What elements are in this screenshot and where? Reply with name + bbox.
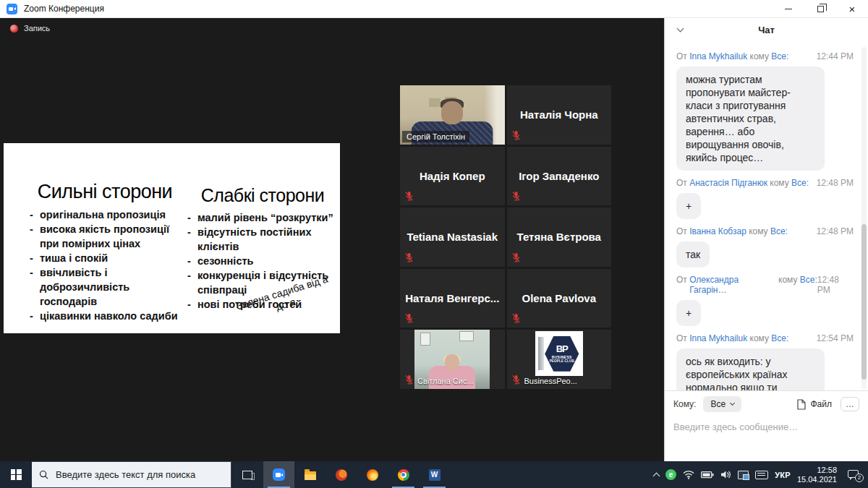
task-view-button[interactable]	[231, 461, 263, 488]
participant-logo: BP BUSINESS PEOPLE CLUB	[535, 331, 583, 376]
windows-taskbar: W e УКР 12:58 15.04.2021 2	[0, 461, 868, 488]
display-tray-icon[interactable]	[738, 471, 749, 479]
participant-tile[interactable]: Olena Pavlova	[507, 269, 612, 328]
recipient-dropdown[interactable]: Все	[703, 396, 741, 412]
search-icon	[39, 470, 48, 479]
taskbar-app-chrome[interactable]	[388, 461, 419, 488]
windows-logo-icon	[11, 469, 22, 480]
time: 12:58	[797, 466, 837, 475]
list-item: -тиша і спокій	[28, 251, 182, 265]
participant-tile[interactable]: Наталя Венгерс...	[400, 269, 505, 328]
chat-header: Чат	[665, 18, 868, 41]
zoom-icon	[273, 468, 285, 481]
participant-tile[interactable]: Тетяна Вєтрова	[507, 207, 612, 267]
sender-name[interactable]: Inna Mykhailuk	[689, 51, 747, 61]
message-time: 12:44 PM	[817, 51, 858, 61]
muted-mic-icon	[511, 374, 521, 385]
task-view-icon	[242, 471, 252, 479]
taskbar-app-firefox[interactable]	[357, 461, 388, 488]
chat-message: От Inna Mykhailuk кому Все: 12:44 PM мож…	[676, 51, 858, 171]
recording-label: Запись	[24, 24, 50, 33]
chat-message: От Inna Mykhailuk кому Все: 12:54 PM ось…	[676, 333, 858, 390]
taskbar-app-word[interactable]: W	[419, 461, 450, 488]
participant-tile-svitlana[interactable]: Світлана Сис...	[400, 330, 505, 389]
message-bubble: +	[676, 193, 701, 219]
message-time: 12:48 PM	[817, 226, 858, 236]
slide-strengths-title: Сильні сторони	[28, 181, 182, 203]
file-explorer-icon	[305, 471, 316, 480]
muted-mic-icon	[404, 252, 414, 263]
more-options-button[interactable]: …	[841, 397, 859, 411]
slide-weaknesses-title: Слабкі сторони	[186, 185, 339, 206]
chat-scrollbar-thumb[interactable]	[861, 224, 867, 380]
ccleaner-icon	[336, 469, 347, 481]
word-icon: W	[429, 469, 441, 481]
record-icon	[10, 25, 18, 33]
minimize-icon	[785, 9, 792, 9]
battery-icon[interactable]	[701, 471, 714, 479]
muted-mic-icon	[404, 191, 414, 202]
sender-name[interactable]: Олександра Гагарін…	[689, 275, 776, 295]
zoom-app-icon	[7, 4, 17, 14]
minimize-button[interactable]	[773, 0, 804, 17]
chat-message: От Анастасія Підганюк кому Все: 12:48 PM…	[676, 178, 858, 219]
slide-strengths-column: Сильні сторони -оригінальна пропозиція -…	[28, 181, 182, 323]
business-people-club-logo: BP BUSINESS PEOPLE CLUB	[545, 335, 579, 372]
notification-badge: 2	[855, 474, 864, 482]
sender-name[interactable]: Inna Mykhailuk	[689, 333, 747, 343]
list-item: -висока якість пропозиції при помірних ц…	[28, 222, 182, 251]
participant-name: Ігор Западенко	[507, 147, 612, 206]
to-label: Кому:	[673, 399, 696, 409]
message-time: 12:48 PM	[817, 178, 858, 188]
tray-chevron-up-icon[interactable]	[653, 472, 660, 479]
message-bubble: так	[676, 241, 710, 267]
muted-mic-icon	[404, 313, 414, 324]
screen: Zoom Конференция × Запись Сильні сторони…	[0, 0, 868, 488]
file-button[interactable]: Файл	[796, 399, 832, 410]
list-item: -цікавинки навколо садиби	[28, 309, 182, 323]
list-item: -сезонність	[186, 254, 339, 268]
participant-name: Надія Копер	[400, 147, 505, 206]
taskbar-app-ccleaner[interactable]	[326, 461, 357, 488]
action-center-button[interactable]: 2	[848, 469, 862, 481]
sender-name[interactable]: Іванна Кобзар	[689, 226, 746, 236]
participant-tile[interactable]: Tetiana Nastasiak	[400, 207, 505, 267]
antivirus-tray-icon[interactable]: e	[665, 469, 676, 480]
wifi-icon[interactable]	[683, 470, 694, 479]
participant-name: Olena Pavlova	[507, 269, 612, 328]
chat-message: От Олександра Гагарін… кому Все: 12:48 P…	[676, 275, 858, 326]
participant-name: Сергій Толстіхін	[402, 131, 469, 142]
participant-video: Сергій Толстіхін	[400, 85, 505, 145]
taskbar-app-zoom[interactable]	[263, 461, 294, 488]
participant-tile[interactable]: Наталія Чорна	[507, 85, 612, 145]
start-button[interactable]	[0, 461, 32, 488]
participant-tile[interactable]: Надія Копер	[400, 147, 505, 206]
muted-mic-icon	[511, 191, 521, 202]
touch-keyboard-icon[interactable]	[755, 471, 768, 479]
taskbar-search[interactable]	[32, 461, 231, 488]
chat-message-input[interactable]	[673, 421, 859, 432]
firefox-icon	[367, 469, 378, 481]
muted-mic-icon	[511, 313, 521, 324]
message-time: 12:54 PM	[817, 333, 858, 343]
taskbar-app-explorer[interactable]	[294, 461, 326, 488]
taskbar-clock[interactable]: 12:58 15.04.2021	[797, 466, 837, 484]
participant-name: Наталія Чорна	[507, 85, 612, 145]
sender-name[interactable]: Анастасія Підганюк	[689, 178, 767, 188]
language-indicator[interactable]: УКР	[775, 471, 791, 479]
chrome-icon	[398, 469, 409, 481]
search-input[interactable]	[56, 469, 222, 480]
date: 15.04.2021	[797, 475, 837, 484]
participant-tile-businesspeopleclub[interactable]: BP BUSINESS PEOPLE CLUB BusinessPeo...	[507, 330, 612, 389]
close-button[interactable]: ×	[836, 0, 868, 17]
restore-button[interactable]	[804, 0, 836, 17]
muted-mic-icon	[511, 130, 521, 141]
message-bubble: можна туристам пропонувати майстер-класи…	[676, 67, 825, 171]
participant-name: BusinessPeo...	[524, 377, 577, 385]
speaker-icon[interactable]	[720, 470, 731, 479]
chat-panel: Чат От Inna Mykhailuk кому Все: 12:44 PM…	[664, 18, 868, 461]
participant-tile[interactable]: Ігор Западенко	[507, 147, 612, 206]
list-item: -відсутність постійних клієнтів	[186, 225, 339, 254]
close-icon: ×	[849, 4, 856, 14]
participant-tile-serhii[interactable]: Сергій Толстіхін	[400, 85, 505, 145]
